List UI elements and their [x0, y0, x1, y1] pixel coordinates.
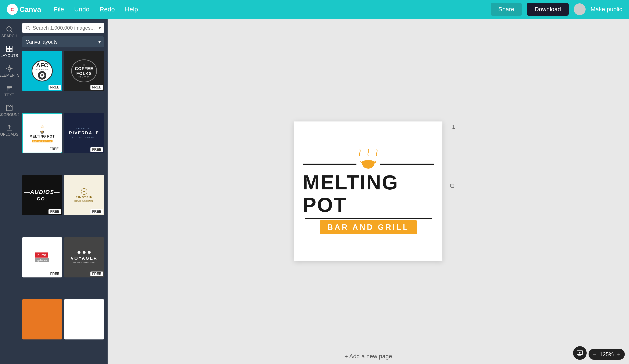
meltingpot-free-badge: FREE: [48, 147, 60, 151]
uploads-icon: [5, 124, 13, 131]
search-input[interactable]: [33, 25, 97, 31]
zoom-out-button[interactable]: −: [593, 351, 596, 358]
share-button[interactable]: Share: [491, 3, 522, 16]
divider-pot-row: [303, 158, 434, 170]
steam-right-icon: [375, 148, 378, 157]
present-button[interactable]: [573, 346, 587, 360]
layout-card-coffee[interactable]: THE COFFEE FOLKS COMPANY FREE: [64, 51, 104, 91]
text-icon: T: [5, 84, 13, 92]
svg-line-12: [29, 29, 30, 30]
add-page-button[interactable]: + Add a new page: [344, 353, 392, 360]
zoom-level: 125%: [600, 351, 614, 358]
page-number: 1: [452, 123, 455, 130]
right-toolbar: ⧉ −: [450, 182, 454, 200]
steam-middle-icon: [367, 148, 370, 157]
canvas-subtitle: BAR AND GRILL: [320, 220, 417, 234]
svg-point-8: [8, 67, 10, 70]
present-icon: [577, 350, 583, 356]
dropdown-label: Canva layouts: [25, 39, 58, 45]
nav-file[interactable]: File: [54, 6, 64, 13]
svg-point-2: [7, 27, 11, 31]
copy-icon[interactable]: ⧉: [450, 182, 454, 189]
sidebar-layouts-label: LAYOUTS: [1, 54, 18, 58]
body-row: SEARCH LAYOUTS ELEMENTS T TEXT BKGROUND …: [0, 19, 629, 364]
svg-rect-5: [10, 46, 12, 49]
steam-left-icon: [358, 148, 361, 157]
nav-help[interactable]: Help: [125, 6, 138, 13]
panel-search-icon: [25, 25, 30, 30]
sidebar-item-text[interactable]: T TEXT: [0, 82, 19, 100]
steam-lines: [358, 148, 378, 157]
sidebar-uploads-label: UPLOADS: [0, 132, 18, 137]
layout-card-audios[interactable]: —AUDIOS— CO. FREE: [22, 175, 62, 215]
background-icon: [5, 104, 13, 112]
layout-card-orange[interactable]: [22, 299, 62, 340]
nav-links: File Undo Redo Help: [54, 6, 138, 13]
layout-card-white[interactable]: [64, 299, 104, 340]
sidebar-search-label: SEARCH: [1, 34, 17, 38]
download-button[interactable]: Download: [527, 3, 569, 16]
logo[interactable]: C Canva: [7, 4, 41, 15]
soccer-ball-icon: [39, 72, 45, 78]
nav-right: Share Download Make public: [491, 3, 622, 16]
canvas-title: MELTING POT: [303, 171, 434, 216]
voyager-free-badge: FREE: [90, 271, 103, 276]
svg-rect-4: [6, 46, 9, 49]
add-page-area: + Add a new page: [344, 353, 392, 360]
sidebar-bkground-label: BKGROUND: [0, 113, 20, 117]
riverdale-free-badge: FREE: [90, 147, 103, 152]
afc-free-badge: FREE: [48, 85, 61, 90]
sidebar-elements-label: ELEMENTS: [0, 73, 20, 78]
search-dropdown-arrow[interactable]: ▾: [99, 25, 101, 30]
logo-text: Canva: [19, 5, 41, 13]
layouts-icon: [5, 45, 13, 53]
zoom-control: − 125% +: [589, 349, 625, 360]
einstein-free-badge: FREE: [90, 209, 103, 214]
right-divider: [380, 164, 434, 165]
canvas-area: 1 ⧉ −: [108, 19, 629, 364]
nav-redo[interactable]: Redo: [100, 6, 115, 13]
sidebar-item-elements[interactable]: ELEMENTS: [0, 62, 19, 80]
search-box: ▾: [22, 23, 104, 33]
svg-text:C: C: [11, 7, 14, 12]
svg-text:T: T: [7, 88, 9, 92]
canvas-content: MELTING POT BAR AND GRILL: [294, 140, 442, 243]
layout-card-hurst[interactable]: hurst galleries FREE: [22, 237, 62, 277]
sidebar-item-layouts[interactable]: LAYOUTS: [0, 42, 19, 61]
canvas-container: 1 ⧉ −: [294, 121, 442, 261]
svg-line-3: [11, 31, 12, 32]
canva-logo-icon: C: [7, 4, 18, 15]
hurst-free-badge: FREE: [48, 271, 61, 276]
sidebar-icons: SEARCH LAYOUTS ELEMENTS T TEXT BKGROUND …: [0, 19, 19, 364]
delete-icon[interactable]: −: [450, 194, 454, 200]
sidebar-item-search[interactable]: SEARCH: [0, 23, 19, 41]
search-icon: [5, 25, 13, 33]
zoom-in-button[interactable]: +: [617, 351, 621, 358]
avatar[interactable]: [574, 3, 586, 15]
nav-undo[interactable]: Undo: [74, 6, 89, 13]
pot-icon: [360, 158, 377, 170]
layout-card-afc[interactable]: AFC AGUILA FUTBOL FREE: [22, 51, 62, 91]
layouts-dropdown[interactable]: Canva layouts ▾: [22, 36, 104, 47]
panel: ▾ Canva layouts ▾ AFC AGUILA FUTBOL: [19, 19, 108, 364]
dropdown-arrow-icon: ▾: [98, 39, 101, 45]
coffee-free-badge: FREE: [90, 85, 103, 90]
sidebar-text-label: TEXT: [4, 93, 14, 97]
layouts-grid: AFC AGUILA FUTBOL FREE THE COFFEE: [22, 51, 104, 360]
svg-rect-7: [10, 49, 12, 52]
layout-card-riverdale[interactable]: 1902 ✦ 2021 RIVERDALE PUBLIC LIBRARY FRE…: [64, 113, 104, 153]
canvas-wrapper[interactable]: MELTING POT BAR AND GRILL: [294, 121, 442, 261]
bottom-divider: [305, 218, 432, 219]
sidebar-item-background[interactable]: BKGROUND: [0, 102, 19, 120]
sidebar-item-uploads[interactable]: UPLOADS: [0, 121, 19, 139]
layout-card-einstein[interactable]: ✦ EINSTEIN HIGH SCHOOL FREE: [64, 175, 104, 215]
layout-card-meltingpot[interactable]: ♨ 🍲 MELTING POT BAR AND GRILL FREE: [22, 113, 62, 153]
elements-icon: [5, 65, 13, 72]
audios-free-badge: FREE: [48, 209, 61, 214]
svg-point-11: [26, 26, 29, 29]
svg-rect-6: [6, 49, 9, 52]
make-public-button[interactable]: Make public: [591, 6, 622, 13]
layout-card-voyager[interactable]: VOYAGER NAVIGATION APP FREE: [64, 237, 104, 277]
top-nav: C Canva File Undo Redo Help Share Downlo…: [0, 0, 629, 19]
left-divider: [303, 164, 356, 165]
